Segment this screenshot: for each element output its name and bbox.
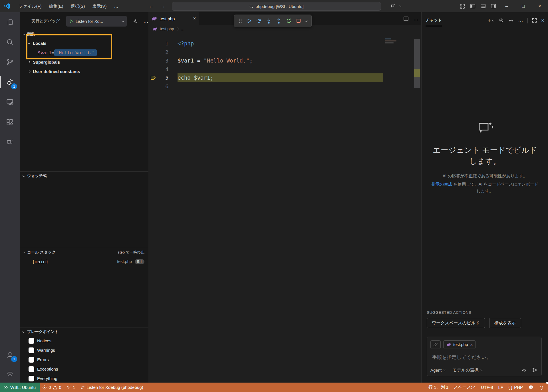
user-constants-tree-item[interactable]: User defined constants bbox=[20, 67, 148, 76]
toggle-sidebar-right-icon[interactable] bbox=[488, 0, 498, 12]
remote-explorer-icon[interactable] bbox=[0, 92, 20, 112]
debug-status[interactable]: Listen for Xdebug (phpdebug) bbox=[78, 383, 146, 392]
layout-customize-icon[interactable] bbox=[457, 0, 468, 12]
agent-mode-dropdown[interactable]: Agent bbox=[430, 368, 446, 373]
chat-settings-gear-icon[interactable] bbox=[508, 18, 514, 23]
copilot-chevron-icon[interactable] bbox=[399, 4, 402, 7]
stack-frame-row[interactable]: {main} test.php 5:1 bbox=[20, 257, 148, 266]
send-icon[interactable] bbox=[532, 367, 538, 373]
explorer-icon[interactable] bbox=[0, 12, 20, 32]
breakpoint-row[interactable]: Everything bbox=[20, 374, 148, 383]
toggle-sidebar-left-icon[interactable] bbox=[468, 0, 478, 12]
show-config-button[interactable]: 構成を表示 bbox=[489, 318, 521, 328]
breakpoint-checkbox[interactable] bbox=[29, 347, 34, 353]
menu-item[interactable]: 編集(E) bbox=[45, 2, 67, 11]
code-area[interactable]: 1<?php23$var1 = "Hello World.";45echo $v… bbox=[148, 33, 421, 91]
breakpoint-row[interactable]: Errors bbox=[20, 355, 148, 364]
model-picker-dropdown[interactable]: モデルの選択 bbox=[452, 367, 482, 373]
ports-indicator[interactable]: 1 bbox=[64, 383, 78, 392]
menu-item[interactable]: 表示(V) bbox=[89, 2, 110, 11]
breakpoint-checkbox[interactable] bbox=[29, 376, 34, 381]
scrollbar-thumb[interactable] bbox=[414, 39, 420, 88]
watch-header[interactable]: ウォッチ式 bbox=[20, 172, 148, 180]
debug-restart-icon[interactable] bbox=[286, 18, 292, 24]
debug-step-over-icon[interactable] bbox=[256, 18, 262, 24]
variable-value[interactable]: "Hello World." bbox=[54, 49, 97, 56]
menu-item[interactable]: … bbox=[110, 2, 122, 11]
attach-context-icon[interactable] bbox=[430, 340, 441, 349]
settings-gear-icon[interactable] bbox=[0, 365, 20, 383]
problems-indicator[interactable]: 0 0 bbox=[40, 383, 64, 392]
eol[interactable]: LF bbox=[495, 383, 506, 392]
search-sidebar-icon[interactable] bbox=[0, 32, 20, 52]
superglobals-tree-item[interactable]: Superglobals bbox=[20, 57, 148, 67]
tab-chat[interactable]: チャット bbox=[426, 18, 442, 26]
chat-expand-icon[interactable] bbox=[532, 18, 537, 23]
debug-step-into-icon[interactable] bbox=[266, 18, 272, 24]
breadcrumb-file[interactable]: test.php bbox=[160, 27, 174, 31]
chat-sidebar-icon[interactable] bbox=[0, 132, 20, 152]
window-maximize-button[interactable]: □ bbox=[515, 0, 531, 12]
stop-chevron-icon[interactable] bbox=[305, 19, 308, 22]
language-mode[interactable]: { } PHP bbox=[506, 383, 525, 392]
toolbar-drag-grip[interactable] bbox=[239, 18, 242, 23]
split-editor-icon[interactable] bbox=[403, 16, 409, 21]
menu-item[interactable]: ファイル(F) bbox=[15, 2, 45, 11]
call-stack-header[interactable]: コール スタック step で一時停止 bbox=[20, 248, 148, 257]
extensions-icon[interactable] bbox=[0, 112, 20, 132]
chat-close-icon[interactable]: × bbox=[541, 17, 544, 24]
breadcrumb-symbol[interactable]: … bbox=[181, 27, 185, 31]
new-chat-button[interactable]: + bbox=[487, 17, 494, 24]
encoding[interactable]: UTF-8 bbox=[478, 383, 496, 392]
code-line[interactable]: 2 bbox=[148, 48, 421, 56]
editor-scrollbar[interactable] bbox=[414, 12, 420, 383]
debug-config-dropdown[interactable]: Listen for Xd... bbox=[66, 16, 127, 27]
indentation[interactable]: スペース: 4 bbox=[451, 383, 478, 392]
code-line[interactable]: 4 bbox=[148, 65, 421, 73]
tab-close-icon[interactable]: × bbox=[193, 16, 196, 21]
breakpoint-row[interactable]: Exceptions bbox=[20, 364, 148, 374]
start-debug-icon[interactable] bbox=[69, 19, 73, 23]
variables-header[interactable]: 変数 bbox=[20, 30, 148, 39]
notifications-bell-icon[interactable] bbox=[536, 383, 548, 392]
breakpoint-row[interactable]: Notices bbox=[20, 336, 148, 345]
debug-settings-gear-icon[interactable] bbox=[132, 18, 138, 24]
cursor-position[interactable]: 行 5、列 1 bbox=[426, 383, 451, 392]
sidebar-more-icon[interactable]: … bbox=[143, 18, 148, 24]
breakpoint-row[interactable]: Warnings bbox=[20, 345, 148, 355]
debug-stop-icon[interactable] bbox=[296, 18, 301, 24]
remote-indicator[interactable]: WSL: Ubuntu bbox=[0, 383, 40, 392]
voice-input-icon[interactable] bbox=[521, 367, 527, 373]
context-chip-test-php[interactable]: test.php × bbox=[443, 340, 476, 349]
run-debug-icon[interactable]: 1 bbox=[0, 72, 20, 92]
variable-row[interactable]: $var1 = "Hello World." bbox=[20, 48, 148, 57]
nav-forward-icon[interactable]: → bbox=[160, 3, 166, 9]
window-close-button[interactable]: × bbox=[531, 0, 548, 12]
tab-test-php[interactable]: test.php × bbox=[148, 12, 199, 25]
breakpoint-checkbox[interactable] bbox=[29, 366, 34, 372]
nav-back-icon[interactable]: ← bbox=[148, 3, 154, 9]
source-control-icon[interactable] bbox=[0, 52, 20, 72]
chat-more-icon[interactable]: … bbox=[518, 17, 523, 23]
locals-tree-item[interactable]: Locals bbox=[20, 39, 148, 48]
breakpoints-header[interactable]: ブレークポイント bbox=[20, 327, 148, 336]
command-center-search[interactable]: phpdebug [WSL: Ubuntu] bbox=[172, 2, 381, 11]
code-line[interactable]: 3$var1 = "Hello World."; bbox=[148, 56, 421, 65]
generate-instructions-link[interactable]: 指示の生成 bbox=[432, 182, 452, 186]
window-minimize-button[interactable]: – bbox=[498, 0, 515, 12]
minimap[interactable] bbox=[385, 39, 405, 45]
toggle-panel-icon[interactable] bbox=[478, 0, 488, 12]
breakpoint-checkbox[interactable] bbox=[29, 357, 34, 363]
code-line[interactable]: 6 bbox=[148, 82, 421, 91]
code-line[interactable]: 5echo $var1; bbox=[148, 73, 421, 82]
copilot-chat-icon[interactable] bbox=[388, 0, 398, 12]
breakpoint-checkbox[interactable] bbox=[29, 338, 34, 344]
chat-history-icon[interactable] bbox=[499, 18, 504, 23]
debug-continue-icon[interactable] bbox=[246, 18, 252, 24]
chip-remove-icon[interactable]: × bbox=[470, 342, 473, 347]
build-workspace-button[interactable]: ワークスペースのビルド bbox=[427, 318, 485, 328]
code-line[interactable]: 1<?php bbox=[148, 39, 421, 48]
debug-stopped-arrow-icon[interactable] bbox=[148, 75, 158, 80]
chat-input-placeholder[interactable]: 手順を指定してください。 bbox=[432, 354, 538, 361]
menu-item[interactable]: 選択(S) bbox=[67, 2, 89, 11]
